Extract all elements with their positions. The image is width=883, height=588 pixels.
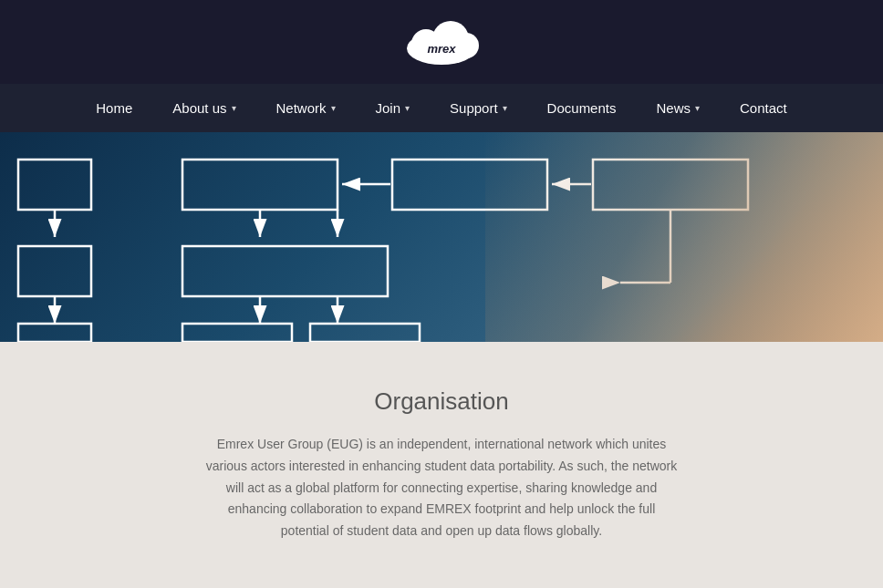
svg-text:mrex: mrex: [427, 42, 456, 56]
logo-icon: mrex: [400, 16, 483, 71]
section-description: Emrex User Group (EUG) is an independent…: [204, 434, 679, 542]
content-section: Organisation Emrex User Group (EUG) is a…: [0, 342, 883, 588]
nav-item-support[interactable]: Support▾: [430, 84, 527, 132]
svg-rect-6: [182, 160, 338, 210]
nav-item-label: Contact: [740, 100, 787, 116]
nav-item-label: News: [656, 100, 691, 116]
chevron-down-icon: ▾: [232, 103, 236, 113]
nav-item-news[interactable]: News▾: [636, 84, 720, 132]
chevron-down-icon: ▾: [331, 103, 336, 113]
nav-item-label: Home: [96, 100, 132, 116]
nav-item-label: Join: [376, 100, 401, 116]
svg-rect-14: [18, 246, 91, 296]
svg-rect-5: [18, 160, 91, 210]
nav-item-label: Support: [450, 100, 498, 116]
nav-item-label: Documents: [547, 100, 617, 116]
svg-rect-15: [182, 246, 388, 296]
chevron-down-icon: ▾: [503, 103, 507, 113]
nav-item-documents[interactable]: Documents: [527, 84, 637, 132]
main-nav: HomeAbout us▾Network▾Join▾Support▾Docume…: [0, 84, 883, 132]
hero-section: [0, 132, 883, 342]
nav-item-label: About us: [172, 100, 226, 116]
nav-item-contact[interactable]: Contact: [720, 84, 807, 132]
svg-rect-20: [182, 324, 292, 342]
nav-item-about-us[interactable]: About us▾: [152, 84, 255, 132]
svg-rect-19: [18, 324, 91, 342]
section-title: Organisation: [374, 387, 508, 416]
hero-hand-illustration: [485, 132, 883, 342]
logo-container[interactable]: mrex: [400, 16, 483, 71]
nav-item-home[interactable]: Home: [76, 84, 152, 132]
nav-item-network[interactable]: Network▾: [256, 84, 356, 132]
chevron-down-icon: ▾: [405, 103, 410, 113]
chevron-down-icon: ▾: [695, 103, 700, 113]
nav-item-join[interactable]: Join▾: [356, 84, 431, 132]
site-header: mrex: [0, 0, 883, 84]
svg-point-3: [453, 33, 479, 58]
svg-rect-21: [310, 324, 420, 342]
nav-item-label: Network: [276, 100, 327, 116]
